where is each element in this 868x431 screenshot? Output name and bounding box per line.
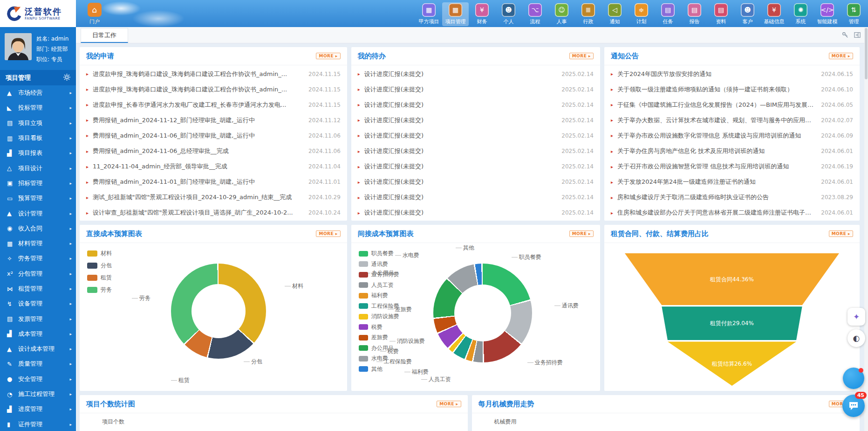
sidebar-item-21[interactable]: ◔施工过程管理▸	[0, 387, 76, 402]
sidebar-item-17[interactable]: ▟成本管理▸	[0, 327, 76, 341]
sidebar-item-22[interactable]: ▟进度管理▸	[0, 402, 76, 417]
list-item[interactable]: ▸进度款申报_珠海鹤港口建设_珠海鹤港口建设工程合作协议书_admin_...2…	[86, 82, 341, 97]
more-button[interactable]: MORE ▸	[829, 230, 853, 237]
sidebar-item-15[interactable]: ↯设备管理▸	[0, 296, 76, 311]
list-item[interactable]: ▸进度款申报_珠海鹤港口建设_珠海鹤港口建设工程合作协议书_admin_...2…	[86, 66, 341, 82]
sidebar-item-12[interactable]: ✧劳务管理▸	[0, 251, 76, 266]
sidebar-item-14[interactable]: ⋈租赁管理▸	[0, 281, 76, 296]
chat-bubble-icon[interactable]: 45	[842, 395, 865, 417]
nav-item-5[interactable]: ⌥流程	[522, 2, 548, 26]
list-item[interactable]: ▸进度款申报_长春市伊通河水力发电厂改建工程_长春市伊通河水力发电...2024…	[86, 97, 341, 112]
assistant-icon[interactable]: ◐	[847, 329, 865, 347]
more-button[interactable]: MORE ▸	[829, 53, 853, 59]
more-button[interactable]: MORE ▸	[316, 53, 340, 59]
list-item[interactable]: ▸关于2024年国庆节放假安排的通知2024.06.15	[611, 66, 853, 82]
gear-icon[interactable]	[63, 74, 70, 82]
menu-item-label: 材料管理	[18, 239, 42, 248]
sidebar-item-7[interactable]: ▣招标管理▸	[0, 176, 76, 191]
sidebar-item-16[interactable]: ▤发票管理▸	[0, 311, 76, 326]
nav-item-7[interactable]: ≣行政	[575, 2, 601, 26]
sidebar-item-1[interactable]: ▲市场经营▸	[0, 85, 76, 100]
list-item[interactable]: ▸于征集《中国建筑施工行业信息化发展报告（2024）—BIM应用与发展》材料..…	[611, 97, 853, 112]
list-item[interactable]: ▸设计进度汇报(未提交)2025.02.14	[358, 143, 594, 159]
sidebar-item-23[interactable]: ▮证件管理▸	[0, 417, 76, 431]
slice-label: 业务招待费	[527, 359, 563, 367]
sidebar-item-4[interactable]: ▥项目看板▸	[0, 131, 76, 146]
chevron-right-icon: ▸	[69, 332, 72, 336]
list-item[interactable]: ▸房和城乡建设厅关于取消二级建造师临时执业证书的公告2023.08.29	[611, 190, 853, 205]
sidebar-item-9[interactable]: ▲设计管理▸	[0, 206, 76, 221]
list-item[interactable]: ▸关于召开市政公用设施智慧化管理 信息技术与应用培训班的通知2024.06.19	[611, 159, 853, 174]
nav-item-11[interactable]: ▤报告	[681, 2, 708, 26]
list-item-text: 关于领取一级注册建造师增项贴的通知（须持一建证书前来领取）	[617, 85, 817, 94]
list-item[interactable]: ▸设计进度汇报(未提交)2025.02.14	[358, 112, 594, 128]
list-item[interactable]: ▸设计进度汇报(未提交)2025.02.14	[358, 159, 594, 174]
list-item[interactable]: ▸关于领取一级注册建造师增项贴的通知（须持一建证书前来领取）2024.06.10	[611, 82, 853, 97]
list-item[interactable]: ▸费用报销_admin_2024-11-06_部门经理审批_胡建,_运行中202…	[86, 128, 341, 143]
sidebar-item-11[interactable]: ▦材料管理▸	[0, 236, 76, 251]
more-button[interactable]: MORE ▸	[437, 401, 461, 407]
collapse-panel-icon[interactable]	[854, 31, 861, 40]
more-button[interactable]: MORE ▸	[569, 230, 594, 237]
arrow-bullet-icon: ▸	[611, 133, 613, 138]
list-item-date: 2024.11.06	[308, 132, 341, 139]
list-item-text: 设计进度汇报(未提交)	[364, 178, 557, 186]
sidebar-item-19[interactable]: ✎质量管理▸	[0, 356, 76, 371]
list-item[interactable]: ▸设计进度汇报(未提交)2025.02.14	[358, 66, 594, 82]
list-item[interactable]: ▸费用报销_admin_2024-11-12_部门经理审批_胡建,_运行中202…	[86, 112, 341, 128]
sidebar-item-18[interactable]: ▲设计成本管理▸	[0, 341, 76, 356]
nav-item-17[interactable]: ⇅管理	[841, 2, 867, 26]
nav-item-10[interactable]: ▤任务	[655, 2, 681, 26]
nav-item-12[interactable]: ▤资料	[708, 2, 734, 26]
list-item[interactable]: ▸设计进度汇报(未提交)2025.02.14	[358, 128, 594, 143]
sidebar-item-8[interactable]: ▭预算管理▸	[0, 191, 76, 206]
menu-item-label: 投标管理	[18, 104, 42, 112]
list-item[interactable]: ▸设计进度汇报(未提交)2025.02.14	[358, 190, 594, 205]
nav-item-portal[interactable]: ⌂ 门户	[84, 3, 105, 25]
sidebar-item-13[interactable]: x²分包管理▸	[0, 266, 76, 281]
list-item[interactable]: ▸设计进度汇报(未提交)2025.02.14	[358, 82, 594, 97]
nav-item-3[interactable]: ¥财务	[469, 2, 495, 26]
sidebar-section-project-mgmt[interactable]: 项目管理	[0, 70, 76, 85]
list-item[interactable]: ▸关于发放2024年第24批一级建造师注册证书的通知2024.06.01	[611, 174, 853, 190]
sidebar-item-3[interactable]: ▤项目立项▸	[0, 116, 76, 131]
scrollbar[interactable]	[864, 27, 868, 431]
list-item[interactable]: ▸关于举办住房与房地产信息化 技术及应用培训班的通知2024.06.01	[611, 143, 853, 159]
list-item[interactable]: ▸住房和城乡建设部办公厅关于同意吉林省开展二级建造师注册证书电子化试点...20…	[611, 205, 853, 221]
nav-item-6[interactable]: ☺人事	[548, 2, 575, 26]
nav-item-9[interactable]: ≑计划	[628, 2, 655, 26]
list-item-date: 2024.06.09	[821, 132, 853, 139]
more-button[interactable]: MORE ▸	[316, 230, 340, 237]
key-icon[interactable]	[842, 31, 848, 40]
nav-item-8[interactable]: ◁通知	[601, 2, 628, 26]
sidebar-item-6[interactable]: △项目设计▸	[0, 160, 76, 175]
sidebar-item-2[interactable]: ◣投标管理▸	[0, 100, 76, 115]
chevron-right-icon: ▸	[69, 226, 72, 231]
nav-item-15[interactable]: ✺系统	[787, 2, 814, 26]
sidebar-item-10[interactable]: ◉收入合同▸	[0, 221, 76, 236]
nav-item-1[interactable]: ▦甲方项目	[416, 2, 442, 26]
scrollbar-thumb[interactable]	[865, 28, 868, 79]
list-item[interactable]: ▸设计进度汇报(未提交)2025.02.14	[358, 205, 594, 221]
list-item[interactable]: ▸11_2024-11-04_admin_经营部_领导审批__完成2024.11…	[86, 159, 341, 174]
list-item[interactable]: ▸设计进度汇报(未提交)2025.02.14	[358, 174, 594, 190]
menu-item-icon: ▤	[7, 315, 18, 322]
effect-tool-icon[interactable]: ✦	[847, 308, 865, 326]
list-item[interactable]: ▸设计审查_彭祖新城"四馆"景观工程设计项目_请选择_胡广生_2024-10-2…	[86, 205, 341, 221]
nav-item-16[interactable]: </>智能建模	[814, 2, 841, 26]
list-item[interactable]: ▸费用报销_admin_2024-11-01_部门经理审批_胡建,_运行中202…	[86, 174, 341, 190]
nav-item-2[interactable]: ▦项目管理	[442, 2, 469, 26]
nav-item-14[interactable]: ¥基础信息	[761, 2, 787, 26]
nav-item-4[interactable]: ☻个人	[495, 2, 522, 26]
sidebar-item-20[interactable]: ●安全管理▸	[0, 372, 76, 387]
list-item[interactable]: ▸测试_彭祖新城"四馆"景观工程设计项目_2024-10-29_admin_结束…	[86, 190, 341, 205]
list-item[interactable]: ▸费用报销_admin_2024-11-06_总经理审批__完成2024.11.…	[86, 143, 341, 159]
service-bubble-icon[interactable]	[843, 368, 864, 389]
sidebar-item-5[interactable]: ▟项目报表▸	[0, 146, 76, 160]
list-item[interactable]: ▸关于举办市政公用设施数字化管理信息 系统建设与应用培训班的通知2024.06.…	[611, 128, 853, 143]
more-button[interactable]: MORE ▸	[569, 53, 594, 59]
nav-item-13[interactable]: ☻客户	[734, 2, 761, 26]
list-item[interactable]: ▸设计进度汇报(未提交)2025.02.14	[358, 97, 594, 112]
list-item[interactable]: ▸关于举办大数据、云计算技术在城市建设、规划、管理与服务中的应用培训班...20…	[611, 112, 853, 128]
tab-daily-work[interactable]: 日常工作	[81, 28, 128, 43]
